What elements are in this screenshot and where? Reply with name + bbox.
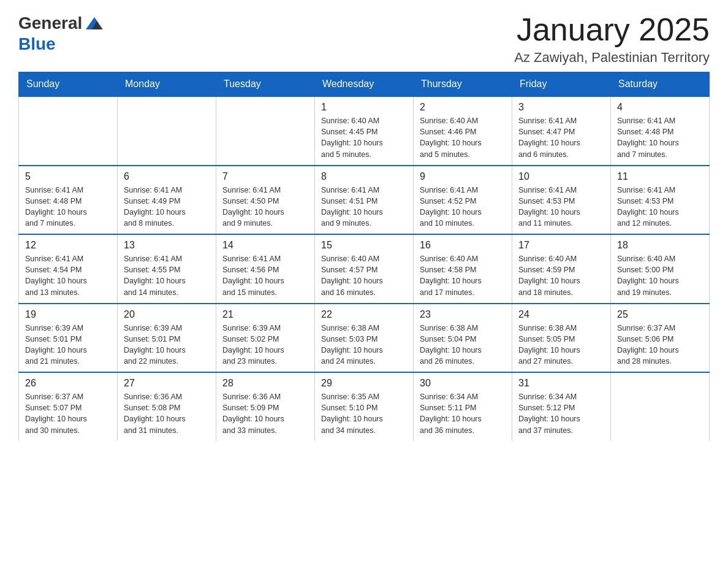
table-row (19, 96, 118, 166)
day-number: 4 (617, 102, 703, 113)
table-row: 25Sunrise: 6:37 AM Sunset: 5:06 PM Dayli… (611, 304, 710, 373)
header-monday: Monday (118, 72, 216, 97)
day-number: 24 (518, 309, 604, 320)
day-number: 26 (25, 378, 111, 389)
day-number: 17 (518, 240, 604, 251)
header-wednesday: Wednesday (315, 72, 414, 97)
day-number: 6 (124, 171, 210, 182)
day-info: Sunrise: 6:38 AM Sunset: 5:05 PM Dayligh… (518, 323, 604, 367)
day-info: Sunrise: 6:39 AM Sunset: 5:02 PM Dayligh… (222, 323, 308, 367)
table-row: 18Sunrise: 6:40 AM Sunset: 5:00 PM Dayli… (611, 234, 710, 304)
table-row: 14Sunrise: 6:41 AM Sunset: 4:56 PM Dayli… (216, 234, 315, 304)
day-info: Sunrise: 6:34 AM Sunset: 5:11 PM Dayligh… (420, 391, 506, 436)
header-sunday: Sunday (19, 72, 118, 97)
day-number: 1 (321, 102, 407, 113)
day-number: 23 (420, 309, 506, 320)
table-row: 6Sunrise: 6:41 AM Sunset: 4:49 PM Daylig… (118, 166, 216, 235)
day-info: Sunrise: 6:41 AM Sunset: 4:48 PM Dayligh… (25, 185, 111, 229)
day-info: Sunrise: 6:40 AM Sunset: 4:46 PM Dayligh… (420, 115, 506, 160)
day-number: 20 (124, 309, 210, 320)
day-number: 25 (617, 309, 703, 320)
day-number: 29 (321, 378, 407, 389)
calendar-week-row: 26Sunrise: 6:37 AM Sunset: 5:07 PM Dayli… (19, 372, 710, 441)
table-row: 1Sunrise: 6:40 AM Sunset: 4:45 PM Daylig… (315, 96, 414, 166)
table-row: 8Sunrise: 6:41 AM Sunset: 4:51 PM Daylig… (315, 166, 414, 235)
header-friday: Friday (512, 72, 611, 97)
day-number: 13 (124, 240, 210, 251)
day-number: 19 (25, 309, 111, 320)
day-info: Sunrise: 6:40 AM Sunset: 4:59 PM Dayligh… (518, 253, 604, 298)
calendar-week-row: 5Sunrise: 6:41 AM Sunset: 4:48 PM Daylig… (19, 166, 710, 235)
table-row: 23Sunrise: 6:38 AM Sunset: 5:04 PM Dayli… (414, 304, 512, 373)
day-number: 5 (25, 171, 111, 182)
day-number: 18 (617, 240, 703, 251)
table-row: 20Sunrise: 6:39 AM Sunset: 5:01 PM Dayli… (118, 304, 216, 373)
day-number: 14 (222, 240, 308, 251)
table-row: 7Sunrise: 6:41 AM Sunset: 4:50 PM Daylig… (216, 166, 315, 235)
header-saturday: Saturday (611, 72, 710, 97)
table-row (216, 96, 315, 166)
title-section: January 2025 Az Zawiyah, Palestinian Ter… (514, 12, 710, 66)
table-row: 13Sunrise: 6:41 AM Sunset: 4:55 PM Dayli… (118, 234, 216, 304)
day-info: Sunrise: 6:41 AM Sunset: 4:52 PM Dayligh… (420, 185, 506, 229)
day-info: Sunrise: 6:36 AM Sunset: 5:08 PM Dayligh… (124, 391, 210, 436)
day-number: 28 (222, 378, 308, 389)
calendar-header-row: Sunday Monday Tuesday Wednesday Thursday… (19, 72, 710, 97)
calendar-week-row: 12Sunrise: 6:41 AM Sunset: 4:54 PM Dayli… (19, 234, 710, 304)
day-number: 30 (420, 378, 506, 389)
day-number: 2 (420, 102, 506, 113)
day-info: Sunrise: 6:41 AM Sunset: 4:49 PM Dayligh… (124, 185, 210, 229)
day-info: Sunrise: 6:35 AM Sunset: 5:10 PM Dayligh… (321, 391, 407, 436)
table-row: 26Sunrise: 6:37 AM Sunset: 5:07 PM Dayli… (19, 372, 118, 441)
table-row: 11Sunrise: 6:41 AM Sunset: 4:53 PM Dayli… (611, 166, 710, 235)
table-row: 3Sunrise: 6:41 AM Sunset: 4:47 PM Daylig… (512, 96, 611, 166)
day-number: 10 (518, 171, 604, 182)
day-info: Sunrise: 6:38 AM Sunset: 5:03 PM Dayligh… (321, 323, 407, 367)
day-number: 27 (124, 378, 210, 389)
page-header: General Blue January 2025 Az Zawiyah, Pa… (18, 12, 710, 66)
table-row: 28Sunrise: 6:36 AM Sunset: 5:09 PM Dayli… (216, 372, 315, 441)
header-tuesday: Tuesday (216, 72, 315, 97)
table-row: 9Sunrise: 6:41 AM Sunset: 4:52 PM Daylig… (414, 166, 512, 235)
calendar-week-row: 19Sunrise: 6:39 AM Sunset: 5:01 PM Dayli… (19, 304, 710, 373)
day-info: Sunrise: 6:41 AM Sunset: 4:53 PM Dayligh… (518, 185, 604, 229)
day-info: Sunrise: 6:41 AM Sunset: 4:53 PM Dayligh… (617, 185, 703, 229)
table-row: 22Sunrise: 6:38 AM Sunset: 5:03 PM Dayli… (315, 304, 414, 373)
table-row: 12Sunrise: 6:41 AM Sunset: 4:54 PM Dayli… (19, 234, 118, 304)
logo-general-text: General (18, 13, 82, 33)
table-row: 24Sunrise: 6:38 AM Sunset: 5:05 PM Dayli… (512, 304, 611, 373)
header-thursday: Thursday (414, 72, 512, 97)
day-info: Sunrise: 6:36 AM Sunset: 5:09 PM Dayligh… (222, 391, 308, 436)
day-info: Sunrise: 6:39 AM Sunset: 5:01 PM Dayligh… (124, 323, 210, 367)
day-info: Sunrise: 6:34 AM Sunset: 5:12 PM Dayligh… (518, 391, 604, 436)
calendar-table: Sunday Monday Tuesday Wednesday Thursday… (18, 72, 710, 441)
table-row: 27Sunrise: 6:36 AM Sunset: 5:08 PM Dayli… (118, 372, 216, 441)
day-info: Sunrise: 6:41 AM Sunset: 4:47 PM Dayligh… (518, 115, 604, 160)
day-info: Sunrise: 6:40 AM Sunset: 5:00 PM Dayligh… (617, 253, 703, 298)
calendar-title: January 2025 (514, 12, 710, 47)
day-info: Sunrise: 6:41 AM Sunset: 4:48 PM Dayligh… (617, 115, 703, 160)
table-row (118, 96, 216, 166)
table-row: 31Sunrise: 6:34 AM Sunset: 5:12 PM Dayli… (512, 372, 611, 441)
day-info: Sunrise: 6:37 AM Sunset: 5:06 PM Dayligh… (617, 323, 703, 367)
day-number: 7 (222, 171, 308, 182)
day-number: 11 (617, 171, 703, 182)
table-row: 17Sunrise: 6:40 AM Sunset: 4:59 PM Dayli… (512, 234, 611, 304)
day-info: Sunrise: 6:41 AM Sunset: 4:56 PM Dayligh… (222, 253, 308, 298)
logo-icon (83, 12, 105, 34)
table-row: 2Sunrise: 6:40 AM Sunset: 4:46 PM Daylig… (414, 96, 512, 166)
day-number: 9 (420, 171, 506, 182)
table-row: 21Sunrise: 6:39 AM Sunset: 5:02 PM Dayli… (216, 304, 315, 373)
table-row: 5Sunrise: 6:41 AM Sunset: 4:48 PM Daylig… (19, 166, 118, 235)
day-info: Sunrise: 6:37 AM Sunset: 5:07 PM Dayligh… (25, 391, 111, 436)
calendar-subtitle: Az Zawiyah, Palestinian Territory (514, 50, 710, 66)
day-number: 3 (518, 102, 604, 113)
day-number: 15 (321, 240, 407, 251)
day-info: Sunrise: 6:41 AM Sunset: 4:54 PM Dayligh… (25, 253, 111, 298)
table-row: 30Sunrise: 6:34 AM Sunset: 5:11 PM Dayli… (414, 372, 512, 441)
day-info: Sunrise: 6:41 AM Sunset: 4:55 PM Dayligh… (124, 253, 210, 298)
table-row: 19Sunrise: 6:39 AM Sunset: 5:01 PM Dayli… (19, 304, 118, 373)
day-info: Sunrise: 6:41 AM Sunset: 4:51 PM Dayligh… (321, 185, 407, 229)
day-number: 21 (222, 309, 308, 320)
day-info: Sunrise: 6:40 AM Sunset: 4:58 PM Dayligh… (420, 253, 506, 298)
